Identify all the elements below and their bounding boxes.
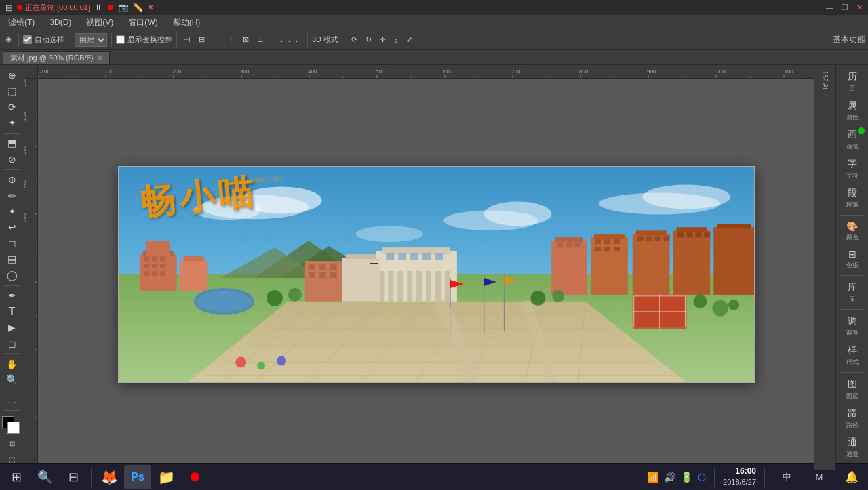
3d-scale-btn[interactable]: ⤢	[403, 32, 415, 48]
history-brush-tool[interactable]: ↩	[2, 220, 22, 234]
canvas-area: -100 100 200 300 400 500 600	[24, 65, 835, 470]
crop-tool[interactable]: ⬒	[2, 136, 22, 150]
minimize-button[interactable]: —	[826, 3, 833, 12]
document-tab[interactable]: 素材.jpg @ 50% (RGB/8) ✕	[3, 51, 110, 64]
svg-rect-95	[342, 258, 380, 302]
align-center-v-btn[interactable]: ⊟	[196, 32, 208, 48]
menu-window[interactable]: 窗口(W)	[125, 16, 160, 30]
channels-panel-btn[interactable]: 通 通道	[837, 434, 867, 462]
tool-separator-3	[4, 285, 20, 286]
move-tool-btn[interactable]: ⊕	[3, 32, 14, 48]
move-tool[interactable]: ⊕	[2, 68, 22, 82]
layers-panel-btn[interactable]: 图 图层	[837, 375, 867, 403]
color-swatch[interactable]	[2, 416, 22, 430]
menu-filter[interactable]: 滤镜(T)	[5, 16, 37, 30]
record-dot	[17, 5, 22, 10]
stamp-tool[interactable]: ✦	[2, 204, 22, 218]
3d-roll-btn[interactable]: ↻	[363, 32, 374, 48]
svg-rect-73	[144, 271, 149, 276]
taskbar-taskview[interactable]: ⊟	[60, 465, 87, 489]
svg-text:500: 500	[376, 68, 385, 75]
heal-tool[interactable]: ⊕	[2, 172, 22, 186]
svg-rect-101	[309, 272, 315, 278]
shape-tool[interactable]: ◻	[2, 336, 22, 350]
gradient-tool[interactable]: ▤	[2, 252, 22, 266]
pen-tool[interactable]: ✒	[2, 288, 22, 302]
menu-help[interactable]: 帮助(H)	[170, 16, 203, 30]
svg-point-163	[257, 361, 265, 369]
taskbar-search[interactable]: 🔍	[31, 465, 58, 489]
svg-rect-120	[646, 236, 652, 241]
history-panel-btn[interactable]: 历 历	[837, 68, 867, 96]
auto-select-checkbox[interactable]	[23, 35, 32, 44]
tool-separator-4	[4, 353, 20, 354]
brush-panel-btn[interactable]: 画 画笔	[837, 126, 867, 154]
taskbar-photoshop[interactable]: Ps	[124, 465, 151, 489]
swatches-panel-btn[interactable]: ⊞ 色板	[837, 246, 867, 272]
show-transform-checkbox[interactable]	[116, 35, 125, 44]
align-center-h-btn[interactable]: ⊠	[240, 32, 252, 48]
camera-capture-icon[interactable]: 📷	[119, 3, 129, 12]
close-recording-icon[interactable]: ✕	[147, 3, 154, 12]
svg-point-156	[288, 287, 302, 301]
character-panel-btn[interactable]: 字 字符	[837, 155, 867, 183]
brush-tool[interactable]: ✏	[2, 188, 22, 203]
eraser-tool[interactable]: ◻	[2, 236, 22, 250]
svg-rect-109	[591, 237, 628, 295]
document-canvas: 畅小喵 lan xiao miao	[38, 79, 835, 470]
styles-panel-btn[interactable]: 样 样式	[837, 342, 867, 369]
quick-mask-tool[interactable]: ⊡	[2, 436, 22, 451]
path-select-tool[interactable]: ▶	[2, 320, 22, 334]
align-top-btn[interactable]: ⊤	[225, 32, 237, 48]
pause-icon[interactable]: ⏸	[94, 3, 102, 12]
zoom-tool[interactable]: 🔍	[2, 373, 22, 387]
paths-panel-btn[interactable]: 路 路径	[837, 405, 867, 432]
start-button[interactable]: ⊞	[3, 465, 30, 489]
magic-wand-tool[interactable]: ✦	[2, 115, 22, 129]
svg-rect-123	[673, 230, 711, 295]
align-right-btn[interactable]: ⊢	[210, 32, 222, 48]
restore-button[interactable]: ❐	[842, 3, 848, 12]
properties-panel-btn[interactable]: 属 属性	[837, 97, 867, 125]
lasso-tool[interactable]: ⟳	[2, 100, 22, 114]
taskbar-media[interactable]: ⏺	[181, 465, 208, 489]
taskbar-firefox[interactable]: 🦊	[96, 465, 123, 489]
svg-point-164	[277, 356, 286, 365]
close-button[interactable]: ✕	[856, 3, 863, 12]
svg-text:300: 300	[24, 145, 27, 155]
svg-rect-112	[604, 239, 610, 244]
align-left-btn[interactable]: ⊣	[181, 32, 193, 48]
text-tool[interactable]: T	[2, 304, 22, 319]
misc-tool[interactable]: …	[2, 393, 22, 407]
selection-tool[interactable]: ⬚	[2, 83, 22, 98]
tab-close-btn[interactable]: ✕	[97, 54, 102, 62]
tool-separator-5	[4, 390, 20, 390]
taskbar-clock[interactable]: 16:00 2018/6/27	[723, 466, 756, 487]
3d-orbit-btn[interactable]: ⟳	[349, 32, 360, 48]
svg-rect-67	[144, 256, 149, 261]
pencil-icon[interactable]: ✏️	[133, 3, 143, 12]
color-panel-btn[interactable]: 🎨 颜色	[837, 218, 867, 245]
layer-type-select[interactable]: 图层 组	[75, 33, 107, 47]
swatches-icon: ⊞	[848, 249, 856, 260]
svg-point-159	[693, 294, 707, 308]
adjustments-panel-btn[interactable]: 调 调整	[837, 312, 867, 340]
distribute-btn[interactable]: ⋮⋮⋮	[275, 32, 303, 48]
tab-bar: 素材.jpg @ 50% (RGB/8) ✕	[0, 50, 868, 65]
taskbar-notification[interactable]: 🔔	[838, 465, 865, 489]
eyedropper-tool[interactable]: ⊘	[2, 152, 22, 166]
stop-icon[interactable]: ⏹	[106, 3, 115, 12]
menu-view[interactable]: 视图(V)	[83, 16, 116, 30]
taskbar-lang[interactable]: 中	[773, 465, 800, 489]
library-panel-btn[interactable]: 库 库	[837, 279, 867, 306]
3d-slide-btn[interactable]: ↕	[391, 32, 401, 48]
hand-tool[interactable]: ✋	[2, 356, 22, 371]
taskbar-folder[interactable]: 📁	[153, 465, 180, 489]
menu-3d[interactable]: 3D(D)	[47, 16, 74, 28]
align-bottom-btn[interactable]: ⊥	[254, 32, 267, 48]
3d-pan-btn[interactable]: ✛	[377, 32, 389, 48]
dodge-tool[interactable]: ◯	[2, 268, 22, 282]
library-icon: 库	[848, 281, 857, 293]
toolbar: ⊕ 自动选择： 图层 组 显示变换控件 ⊣ ⊟ ⊢ ⊤ ⊠ ⊥ ⋮⋮⋮ 3D 模…	[0, 30, 868, 50]
paragraph-panel-btn[interactable]: 段 段落	[837, 184, 867, 212]
